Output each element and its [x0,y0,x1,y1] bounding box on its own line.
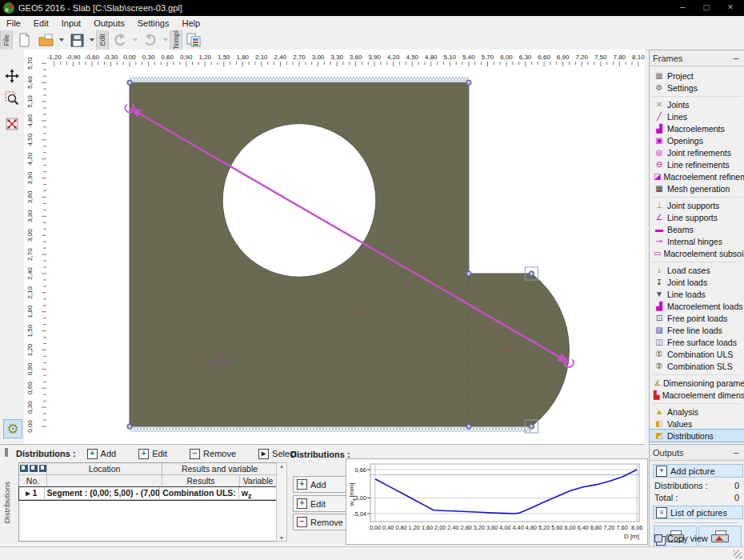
menu-outputs[interactable]: Outputs [87,17,131,30]
frames-item-mesh-generation[interactable]: ▦Mesh generation [650,182,744,194]
frames-item-joint-loads[interactable]: ↧Joint loads [650,276,744,288]
open-dropdown-caret[interactable] [58,30,66,50]
analysis-icon: ▲ [654,406,665,418]
col-location: Location [47,463,162,474]
frames-item-combination-uls[interactable]: ①Combination ULS [650,348,744,360]
frames-panel: Frames – ▦Project⚙Settings✕Joints╱Lines▟… [649,50,744,446]
frames-separator [650,259,744,264]
undo-button[interactable] [109,30,131,50]
menu-settings[interactable]: Settings [131,17,176,30]
frames-item-openings[interactable]: ▣Openings [650,134,744,146]
group-edit-button[interactable]: + Edit [293,495,349,512]
frames-item-joints[interactable]: ✕Joints [650,98,744,110]
table-row[interactable]: ▸ 1Segment : (0,00; 5,00) - (7,00; 1,00)… [19,487,277,500]
frames-item-macroelement-subsoils[interactable]: ▭Macroelement subsoils [650,247,744,259]
menu-edit[interactable]: Edit [27,17,55,30]
frames-separator [650,194,744,199]
remove-icon: − [297,517,307,527]
svg-text:5,10: 5,10 [444,54,457,61]
stage-settings-gear-icon[interactable]: ⚙ [3,419,22,438]
svg-text:3,90: 3,90 [26,171,34,184]
bottom-side-tab[interactable]: Distributions [0,461,13,544]
add-distribution-button[interactable]: + Add [87,449,117,459]
pin-icon[interactable] [5,448,8,457]
svg-text:5,10: 5,10 [26,95,34,108]
remove-distribution-button[interactable]: − Remove [190,449,236,459]
drawing-canvas[interactable]: -1,20-0,90-0,60-0,300,000,300,600,901,20… [24,50,645,444]
frames-header: Frames – [650,50,744,66]
frames-item-label: Combination ULS [667,350,733,359]
canvas-svg: -1,20-0,90-0,60-0,300,000,300,600,901,20… [24,50,645,444]
frames-item-combination-sls[interactable]: ②Combination SLS [650,360,744,372]
add-picture-button[interactable]: + Add picture [653,464,743,478]
undo-dropdown-caret[interactable] [131,30,139,50]
frames-item-lines[interactable]: ╱Lines [650,110,744,122]
frames-minimize-button[interactable]: – [731,54,741,63]
frames-item-macroelement-dimensioning[interactable]: ▙Macroelement dimensioning [650,389,744,401]
frames-item-dimensioning-parameters[interactable]: ∡Dimensioning parameters [650,377,744,389]
open-file-button[interactable] [35,30,58,50]
group-remove-button[interactable]: − Remove [293,514,349,530]
list-of-pictures-button[interactable]: ≡ List of pictures [653,506,743,519]
distribution-chart: 0,66-3,00-5,040,000,400,801,201,602,002,… [346,458,648,545]
pan-move-icon[interactable] [3,67,21,85]
svg-text:0,90: 0,90 [180,54,193,61]
maximize-button[interactable]: □ [694,0,718,16]
save-button[interactable] [66,30,88,50]
macroelements-icon: ▟ [654,123,665,134]
frames-item-analysis[interactable]: ▲Analysis [650,406,744,418]
table-scrollbar[interactable]: ▲▼ [276,462,287,542]
frames-item-free-surface-loads[interactable]: ◫Free surface loads [650,336,744,348]
statusbar [0,546,744,560]
menu-input[interactable]: Input [55,17,87,30]
frames-item-distributions[interactable]: ◩Distributions [650,430,744,442]
svg-text:5,20: 5,20 [538,524,550,531]
templates-button[interactable] [182,30,205,50]
close-button[interactable]: × [718,0,742,16]
row-location[interactable]: Segment : (0,00; 5,00) - (7,00; 1,00) [ [45,487,161,499]
frames-item-settings[interactable]: ⚙Settings [650,82,744,94]
frames-item-label: Macroelements [667,124,725,134]
row-results[interactable]: Combination ULS: G1+G2 [160,487,238,499]
frames-item-label: Free line loads [667,326,722,335]
frames-item-line-supports[interactable]: ∠Line supports [650,211,744,223]
frames-item-internal-hinges[interactable]: ⊸Internal hinges [650,235,744,247]
svg-text:6,40: 6,40 [578,524,589,531]
frames-item-joint-refinements[interactable]: ◎Joint refinements [650,146,744,158]
row-variable[interactable]: wz [239,487,277,499]
frames-item-label: Combination SLS [667,362,733,371]
frames-item-values[interactable]: ◧Values [650,418,744,430]
row-number[interactable]: ▸ 1 [19,487,45,499]
menu-file[interactable]: File [0,17,27,30]
frames-item-load-cases[interactable]: ↓Load cases [650,264,744,276]
frames-item-macroelement-loads[interactable]: ▟Macroelement loads [650,300,744,312]
frames-item-free-line-loads[interactable]: ▨Free line loads [650,324,744,336]
frames-item-macroelements[interactable]: ▟Macroelements [650,122,744,134]
zoom-window-icon[interactable] [3,90,21,107]
svg-text:1,20: 1,20 [26,343,34,356]
frames-item-project[interactable]: ▦Project [650,70,744,82]
outputs-header: Outputs – [650,445,744,461]
frames-item-beams[interactable]: ▬Beams [650,223,744,235]
menu-help[interactable]: Help [175,17,206,30]
macroelement-subsoils-icon: ▭ [654,248,661,259]
outputs-minimize-button[interactable]: – [731,448,741,458]
new-file-button[interactable] [13,30,35,50]
resize-grip[interactable] [734,550,742,558]
group-add-button[interactable]: + Add [293,476,349,493]
redo-dropdown-caret[interactable] [162,30,170,50]
frames-item-free-point-loads[interactable]: ⊡Free point loads [650,312,744,324]
frames-item-line-loads[interactable]: ▼Line loads [650,288,744,300]
svg-text:0,30: 0,30 [142,54,155,61]
redo-button[interactable] [139,30,162,50]
frames-item-line-refinements[interactable]: ⊖Line refinements [650,158,744,170]
copy-view-button[interactable]: Copy view [653,532,741,545]
svg-text:2,40: 2,40 [26,267,34,280]
table-corner-tools[interactable] [19,463,47,474]
frames-item-macroelement-refinements[interactable]: ◪Macroelement refinements [650,170,744,182]
frames-item-joint-supports[interactable]: ⊥Joint supports [650,199,744,211]
fit-to-window-icon[interactable] [3,115,21,133]
save-dropdown-caret[interactable] [88,30,96,50]
minimize-button[interactable]: – [670,0,694,16]
edit-distribution-button[interactable]: + Edit [138,449,167,459]
